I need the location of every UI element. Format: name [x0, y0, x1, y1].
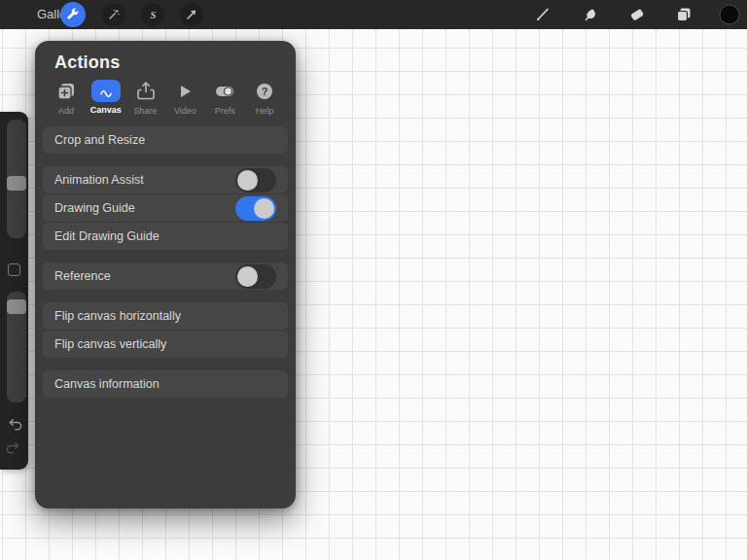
toggle-knob	[237, 170, 258, 191]
tab-help[interactable]: ? Help	[247, 80, 282, 116]
row-canvas-information[interactable]: Canvas information	[43, 370, 288, 398]
actions-button[interactable]	[60, 2, 86, 27]
brush-tool-button[interactable]	[532, 4, 553, 25]
smudge-icon	[581, 5, 600, 24]
undo-icon	[5, 418, 23, 435]
selection-s-icon: S	[146, 8, 160, 21]
top-toolbar: Gallery S	[0, 0, 747, 29]
row-flip-canvas-horizontally[interactable]: Flip canvas horizontally	[43, 302, 288, 330]
row-flip-canvas-vertically[interactable]: Flip canvas vertically	[43, 331, 288, 358]
layers-button[interactable]	[673, 4, 694, 25]
tab-share[interactable]: Share	[128, 80, 163, 116]
tab-canvas[interactable]: Canvas	[89, 80, 124, 116]
svg-text:?: ?	[262, 86, 268, 97]
row-reference[interactable]: Reference	[43, 262, 288, 290]
help-icon: ?	[255, 82, 274, 101]
layers-icon	[674, 5, 694, 24]
brush-opacity-slider-handle[interactable]	[7, 299, 26, 314]
brush-size-slider-handle[interactable]	[7, 176, 26, 191]
color-swatch[interactable]	[719, 4, 740, 25]
actions-menu: Crop and Resize Animation Assist Drawing…	[35, 126, 296, 398]
row-animation-assist[interactable]: Animation Assist	[43, 166, 288, 193]
tab-prefs[interactable]: Prefs	[207, 80, 242, 116]
share-icon	[135, 81, 157, 102]
video-icon	[175, 82, 195, 101]
toggle-knob	[254, 198, 274, 219]
reference-toggle[interactable]	[235, 264, 276, 289]
drawing-guide-toggle[interactable]	[235, 196, 276, 221]
svg-text:S: S	[151, 10, 157, 20]
magic-wand-icon	[107, 8, 121, 21]
transform-arrow-icon	[185, 8, 198, 21]
transform-button[interactable]	[180, 3, 203, 26]
redo-icon	[5, 441, 23, 458]
redo-button[interactable]	[5, 441, 23, 458]
row-edit-drawing-guide[interactable]: Edit Drawing Guide	[43, 223, 288, 250]
tab-add[interactable]: Add	[49, 80, 84, 116]
tab-video[interactable]: Video	[167, 80, 202, 116]
prefs-icon	[213, 82, 236, 101]
brush-icon	[533, 5, 552, 24]
canvas-sidebar	[0, 112, 28, 470]
smudge-tool-button[interactable]	[580, 4, 601, 25]
row-crop-and-resize[interactable]: Crop and Resize	[43, 126, 288, 154]
panel-title: Actions	[54, 52, 296, 73]
add-icon	[55, 81, 77, 102]
undo-button[interactable]	[5, 418, 23, 435]
eraser-tool-button[interactable]	[626, 4, 648, 25]
adjustments-button[interactable]	[102, 3, 125, 26]
row-drawing-guide[interactable]: Drawing Guide	[43, 194, 288, 222]
actions-panel: Actions Add	[35, 41, 296, 508]
actions-tabs: Add Canvas Share	[35, 80, 296, 116]
eraser-icon	[627, 5, 647, 24]
wrench-icon	[66, 8, 80, 21]
canvas-icon	[96, 84, 116, 99]
toggle-knob	[237, 266, 258, 287]
animation-assist-toggle[interactable]	[235, 168, 276, 192]
selection-button[interactable]: S	[141, 3, 164, 26]
modify-button[interactable]	[8, 263, 20, 276]
